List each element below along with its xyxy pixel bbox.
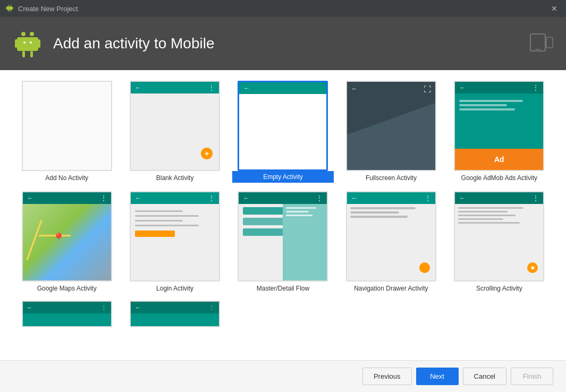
close-button[interactable]: ✕ [548, 3, 561, 14]
nav-back-icon: ← [351, 194, 358, 202]
svg-point-14 [23, 41, 26, 44]
admob-activity-card[interactable]: ← ⋮ Ad Google AdMob Ads Activity [449, 81, 550, 183]
detail-line-3 [286, 215, 312, 216]
master-detail-card[interactable]: ← ⋮ Master/Detail Flow [232, 191, 334, 292]
svg-rect-16 [530, 34, 545, 51]
login-content [131, 206, 219, 241]
admob-line-1 [459, 100, 523, 102]
admob-back-icon: ← [459, 84, 466, 91]
scroll-line-2 [458, 211, 507, 212]
previous-button[interactable]: Previous [362, 368, 412, 385]
title-bar-text: Create New Project [18, 5, 78, 13]
footer: Previous Next Cancel Finish [0, 360, 566, 392]
svg-point-15 [30, 41, 32, 44]
scroll-menu-icon: ⋮ [533, 194, 539, 202]
partial-back-2-icon: ← [135, 304, 141, 311]
svg-rect-12 [22, 51, 25, 57]
partial-card-2-preview: ← ⋮ [130, 301, 220, 327]
header-title: Add an activity to Mobile [53, 35, 215, 52]
login-activity-preview: ← ⋮ [130, 191, 220, 282]
maps-pin-icon: 📍 [52, 232, 65, 245]
android-logo-icon [13, 29, 43, 58]
scroll-line-3 [458, 215, 516, 216]
svg-rect-2 [7, 6, 13, 10]
maps-activity-label: Google Maps Activity [37, 285, 97, 292]
title-bar-left: Create New Project [5, 4, 78, 13]
nav-line-3 [350, 216, 408, 218]
fullscreen-activity-preview: ← ⛶ [346, 81, 436, 171]
activity-grid: Add No Activity ← ⋮ + Blank Activity ← E… [0, 70, 566, 360]
maps-activity-preview: ← ⋮ 📍 [22, 191, 112, 282]
scroll-line-4 [458, 218, 503, 220]
partial-menu-2-icon: ⋮ [209, 304, 215, 311]
detail-line-1 [286, 207, 316, 209]
detail-panel [283, 204, 327, 280]
svg-rect-11 [38, 39, 40, 48]
header: Add an activity to Mobile [0, 17, 566, 70]
nav-menu-icon: ⋮ [425, 194, 431, 202]
blank-top-bar: ← ⋮ [131, 82, 219, 93]
nav-drawer-preview: ← ⋮ [346, 191, 436, 282]
fullscreen-activity-card[interactable]: ← ⛶ Fullscreen Activity [340, 81, 442, 183]
svg-rect-9 [17, 37, 38, 51]
partial-card-1[interactable]: ← ⋮ [16, 301, 117, 327]
detail-line-2 [286, 211, 309, 212]
blank-activity-card[interactable]: ← ⋮ + Blank Activity [124, 81, 225, 183]
cancel-button[interactable]: Cancel [463, 368, 506, 385]
svg-rect-4 [12, 7, 13, 9]
svg-rect-13 [30, 51, 33, 57]
login-menu-icon: ⋮ [208, 194, 215, 202]
main-content: Add No Activity ← ⋮ + Blank Activity ← E… [0, 70, 566, 360]
login-activity-card[interactable]: ← ⋮ Login Activity [124, 191, 225, 292]
fullscreen-diagonal [347, 82, 435, 135]
nav-fab-icon [419, 262, 430, 273]
empty-activity-card[interactable]: ← Empty Activity [232, 81, 334, 183]
login-back-icon: ← [135, 194, 141, 202]
nav-top-bar: ← ⋮ [347, 192, 435, 204]
maps-back-icon: ← [27, 194, 33, 202]
scroll-back-icon: ← [459, 194, 466, 202]
detail-lines [283, 204, 327, 221]
partial-menu-1-icon: ⋮ [101, 304, 107, 311]
partial-card-1-preview: ← ⋮ [22, 301, 112, 327]
master-detail-label: Master/Detail Flow [257, 285, 309, 292]
scroll-top-bar: ← ⋮ [455, 192, 543, 204]
login-line-3 [135, 220, 183, 221]
phone-tablet-icon [530, 33, 553, 52]
scroll-activity-preview: ← ⋮ ★ [454, 191, 544, 282]
svg-point-8 [30, 32, 34, 36]
no-activity-preview [22, 81, 112, 171]
admob-banner: Ad [455, 149, 543, 170]
blank-menu-icon: ⋮ [208, 84, 215, 91]
blank-activity-label: Blank Activity [156, 174, 194, 182]
title-bar: Create New Project ✕ [0, 0, 566, 17]
svg-rect-17 [546, 37, 553, 48]
finish-button[interactable]: Finish [511, 368, 553, 385]
master-top-bar: ← ⋮ [239, 192, 327, 204]
login-top-bar: ← ⋮ [131, 192, 219, 204]
admob-content-lines [455, 96, 543, 117]
fullscreen-activity-label: Fullscreen Activity [366, 174, 417, 182]
login-btn [135, 231, 175, 237]
maps-activity-card[interactable]: ← ⋮ 📍 Google Maps Activity [16, 191, 117, 292]
login-line-1 [135, 210, 183, 212]
nav-drawer-label: Navigation Drawer Activity [354, 285, 428, 292]
empty-top-bar: ← [239, 82, 326, 94]
fullscreen-expand-icon: ⛶ [424, 85, 431, 93]
scroll-activity-label: Scrolling Activity [476, 285, 522, 292]
login-line-2 [135, 215, 199, 217]
android-logo-small-icon [5, 4, 14, 13]
next-button[interactable]: Next [416, 368, 459, 385]
svg-point-0 [8, 5, 9, 6]
master-back-icon: ← [243, 194, 249, 202]
admob-top-bar: ← ⋮ [455, 82, 543, 93]
svg-rect-3 [6, 7, 6, 9]
nav-drawer-card[interactable]: ← ⋮ Navigation Drawer Activity [340, 191, 442, 292]
scroll-activity-card[interactable]: ← ⋮ ★ Scrolling Activity [449, 191, 550, 292]
master-detail-preview: ← ⋮ [238, 191, 328, 282]
scroll-line-5 [458, 222, 520, 224]
partial-card-2[interactable]: ← ⋮ [124, 301, 225, 327]
no-activity-card[interactable]: Add No Activity [16, 81, 117, 183]
empty-back-arrow-icon: ← [243, 84, 250, 92]
scroll-line-1 [458, 207, 523, 209]
